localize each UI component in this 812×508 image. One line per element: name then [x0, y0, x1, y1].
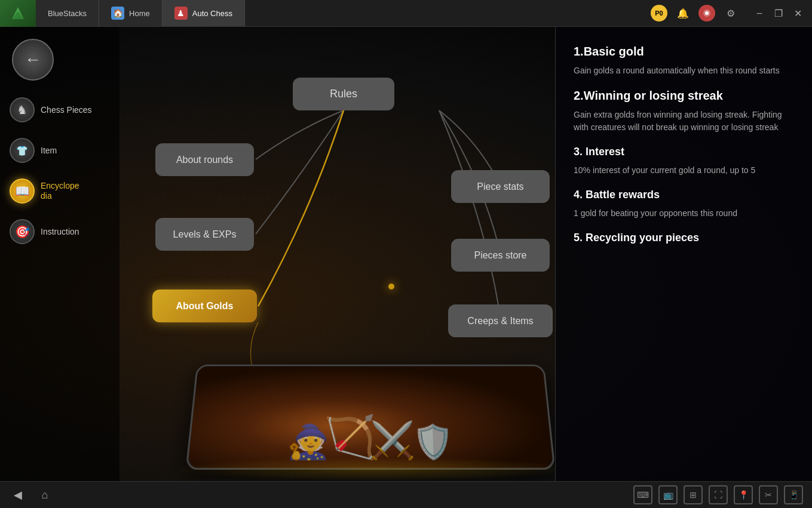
maximize-button[interactable]: ❐ — [770, 5, 787, 21]
bluestacks-text: BlueStacks — [48, 9, 87, 18]
chess-pieces-label: Chess Pieces — [41, 105, 92, 115]
keyboard-icon[interactable]: ⌨ — [633, 485, 652, 504]
tablet-device: 🧙 🏹 ⚔️ 🛡️ — [185, 365, 555, 470]
tab-game[interactable]: ♟ Auto Chess — [163, 0, 245, 26]
node-pieces-store[interactable]: Pieces store — [451, 239, 550, 272]
section1-title: 1.Basic gold — [574, 45, 794, 59]
node-levels-label: Levels & EXPs — [173, 229, 237, 240]
scissors-icon[interactable]: ✂ — [759, 485, 778, 504]
item-label: Item — [41, 146, 57, 155]
main-content: ← ♞ Chess Pieces 👕 Item 📖 Encyclopedia 🎯… — [0, 27, 812, 481]
node-pieces-store-label: Pieces store — [474, 250, 526, 261]
taskbar-left: ◀ ⌂ — [9, 486, 54, 504]
fullscreen-icon[interactable]: ⛶ — [709, 485, 728, 504]
sidebar-item-item[interactable]: 👕 Item — [0, 133, 119, 168]
tablet-figure-2: 🏹 — [322, 412, 375, 461]
close-button[interactable]: ✕ — [789, 5, 806, 21]
game-tab-label: Auto Chess — [192, 9, 232, 18]
game-tab-icon: ♟ — [174, 7, 188, 20]
node-about-golds[interactable]: About Golds — [152, 290, 257, 322]
settings-icon[interactable]: ⚙ — [722, 5, 739, 21]
bluestacks-logo — [0, 0, 36, 27]
display-icon[interactable]: 📺 — [658, 485, 678, 504]
tab-home[interactable]: 🏠 Home — [99, 0, 163, 26]
home-tab-icon: 🏠 — [111, 7, 124, 20]
tab-bluestacks-label: BlueStacks — [36, 0, 99, 26]
instruction-label: Instruction — [41, 227, 79, 236]
chess-pieces-icon: ♞ — [10, 97, 35, 122]
node-rules-label: Rules — [330, 88, 357, 100]
node-about-rounds-label: About rounds — [176, 155, 233, 165]
coins-symbol: P — [655, 10, 659, 17]
sidebar-item-instruction[interactable]: 🎯 Instruction — [0, 214, 119, 249]
section3-desc: 10% interest of your current gold a roun… — [574, 164, 794, 177]
node-rules[interactable]: Rules — [293, 78, 394, 110]
instruction-icon: 🎯 — [10, 219, 35, 244]
mobile-icon[interactable]: 📱 — [784, 485, 803, 504]
svg-point-3 — [705, 11, 709, 15]
window-controls: – ❐ ✕ — [751, 5, 806, 21]
coins-value: 0 — [660, 10, 663, 17]
coins-icon: P 0 — [651, 5, 667, 21]
mindmap-area: Rules About rounds Levels & EXPs About G… — [119, 27, 555, 481]
taskbar-back-button[interactable]: ◀ — [9, 486, 27, 504]
right-panel: 1.Basic gold Gain golds a round automati… — [555, 27, 812, 481]
taskbar: ◀ ⌂ ⌨ 📺 ⊞ ⛶ 📍 ✂ 📱 — [0, 481, 812, 508]
section1-desc: Gain golds a round automatically when th… — [574, 64, 794, 77]
node-piece-stats-label: Piece stats — [477, 181, 523, 192]
item-icon: 👕 — [10, 138, 35, 163]
multi-instance-icon[interactable]: ⊞ — [684, 485, 703, 504]
taskbar-right: ⌨ 📺 ⊞ ⛶ 📍 ✂ 📱 — [633, 485, 803, 504]
home-tab-label: Home — [129, 9, 150, 18]
notification-bell-icon[interactable]: 🔔 — [675, 5, 691, 21]
section5-title: 5. Recycling your pieces — [574, 232, 794, 244]
node-about-golds-label: About Golds — [176, 301, 234, 312]
encyclopedia-icon: 📖 — [10, 178, 35, 204]
glow-dot-1 — [388, 284, 394, 290]
sidebar-item-encyclopedia[interactable]: 📖 Encyclopedia — [0, 174, 119, 208]
sidebar-item-chess-pieces[interactable]: ♞ Chess Pieces — [0, 93, 119, 127]
tablet-figure-3: ⚔️ — [369, 419, 415, 462]
back-button[interactable]: ← — [12, 39, 54, 81]
section3-title: 3. Interest — [574, 146, 794, 158]
sidebar: ← ♞ Chess Pieces 👕 Item 📖 Encyclopedia 🎯… — [0, 27, 119, 481]
node-levels-exps[interactable]: Levels & EXPs — [155, 218, 254, 251]
tablet-screen: 🧙 🏹 ⚔️ 🛡️ — [188, 366, 553, 467]
node-creeps-items[interactable]: Creeps & Items — [448, 304, 553, 337]
node-about-rounds[interactable]: About rounds — [155, 143, 254, 176]
titlebar: BlueStacks 🏠 Home ♟ Auto Chess P 0 🔔 ⚙ –… — [0, 0, 812, 27]
titlebar-right: P 0 🔔 ⚙ – ❐ ✕ — [651, 5, 812, 21]
location-icon[interactable]: 📍 — [734, 485, 753, 504]
record-icon[interactable] — [698, 5, 715, 21]
tablet-figure-4: 🛡️ — [412, 423, 455, 462]
svg-marker-1 — [12, 11, 24, 19]
node-piece-stats[interactable]: Piece stats — [451, 170, 550, 203]
encyclopedia-label: Encyclopedia — [41, 181, 79, 201]
taskbar-home-button[interactable]: ⌂ — [36, 486, 54, 504]
section2-title: 2.Winning or losing streak — [574, 89, 794, 103]
section2-desc: Gain extra golds fron winning and losing… — [574, 109, 794, 134]
titlebar-left: BlueStacks 🏠 Home ♟ Auto Chess — [0, 0, 245, 26]
section4-title: 4. Battle rewards — [574, 189, 794, 201]
tablet-area: 🧙 🏹 ⚔️ 🛡️ — [191, 362, 555, 481]
section4-desc: 1 gold for beating your opponents this r… — [574, 207, 794, 220]
minimize-button[interactable]: – — [751, 5, 768, 21]
node-creeps-label: Creeps & Items — [467, 316, 533, 327]
